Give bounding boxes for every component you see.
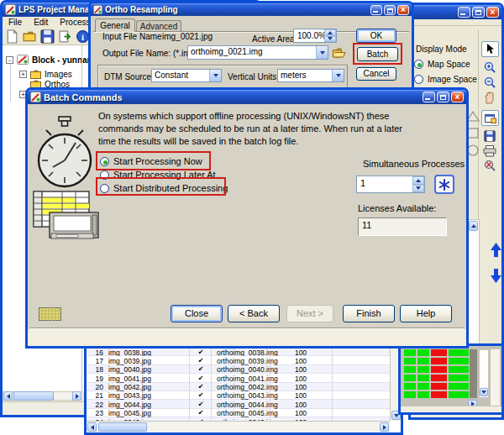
tab-advanced[interactable]: Advanced (136, 20, 181, 32)
export-icon[interactable] (58, 29, 72, 43)
open-folder-icon (333, 48, 346, 58)
dtm-source-label: DTM Source: (102, 72, 155, 81)
scroll-right-button[interactable] (72, 391, 81, 401)
image-viewer-button[interactable] (481, 110, 499, 126)
zoom-out-button[interactable] (484, 76, 496, 92)
print-button[interactable] (483, 145, 496, 160)
combo-dropdown-button[interactable] (209, 70, 221, 81)
stopwatch-icon (36, 115, 93, 196)
open-folder-icon[interactable] (23, 29, 37, 43)
all-processors-button[interactable] (434, 175, 454, 194)
row-number: 17 (87, 357, 103, 365)
batch-title-bar[interactable]: Batch Commands × (28, 90, 466, 104)
new-file-icon[interactable] (5, 29, 19, 43)
table-row[interactable]: 19img_0041.jpg✔orthoimg_0041.img100 (87, 374, 390, 382)
zoom-in-button[interactable] (484, 61, 496, 77)
spin-down-button[interactable] (412, 185, 424, 193)
status-cell-green (417, 358, 429, 364)
spin-down-button[interactable] (324, 36, 336, 43)
status-cell-green (404, 375, 416, 381)
table-row[interactable]: 20img_0042.jpg✔orthoimg_0042.img100 (87, 383, 390, 391)
pan-hand-icon (484, 92, 496, 104)
row-number: 19 (87, 375, 103, 383)
table-row[interactable]: 16img_0038.jpg✔orthoimg_0038.img100 (87, 348, 390, 356)
active-area-spinner[interactable]: 100.0% (293, 29, 337, 43)
minimize-button[interactable] (423, 92, 435, 102)
expand-icon[interactable]: + (19, 71, 27, 78)
dtm-source-value: Constant (155, 71, 207, 80)
table-row[interactable]: 18img_0040.jpg✔orthoimg_0040.img100 (87, 365, 390, 374)
close-button[interactable]: Close (171, 305, 223, 322)
print-icon (483, 145, 496, 157)
minimize-button[interactable] (458, 7, 470, 18)
maximize-button[interactable] (472, 7, 485, 18)
scroll-right-button[interactable] (380, 422, 389, 432)
layer-up-down-arrows[interactable] (490, 243, 502, 283)
collapse-icon[interactable]: - (6, 56, 13, 64)
maximize-button[interactable] (437, 92, 449, 102)
ortho-file-cell: orthoimg_0041.img (217, 375, 278, 383)
viewer-vscrollbar[interactable] (467, 219, 480, 347)
output-file-combo[interactable]: orthoimg_0021.img (187, 45, 328, 60)
table-row[interactable]: 23img_0045.jpg✔orthoimg_0045.img100 (87, 409, 390, 417)
simultaneous-label: Simultaneous Processes (363, 159, 465, 169)
vertical-units-combo[interactable]: meters (277, 69, 344, 82)
maximize-button[interactable] (384, 5, 396, 15)
tab-general[interactable]: General (95, 18, 135, 32)
simultaneous-spinner[interactable]: 1 (356, 176, 425, 193)
help-button[interactable]: Help (400, 305, 452, 322)
browse-folder-button[interactable] (332, 46, 347, 59)
lps-hscrollbar[interactable] (3, 391, 81, 401)
grid-vscrollbar[interactable] (479, 349, 489, 398)
close-button[interactable]: × (397, 5, 409, 15)
scroll-left-button[interactable] (87, 422, 97, 432)
minimize-button[interactable] (370, 5, 382, 15)
scroll-left-button[interactable] (3, 391, 13, 401)
table-hscrollbar[interactable] (87, 421, 390, 432)
status-grid (404, 349, 469, 398)
finish-button[interactable]: Finish (343, 305, 395, 322)
radio-icon[interactable] (414, 75, 423, 84)
batch-dialog-title: Batch Commands (44, 92, 423, 102)
pan-button[interactable] (484, 92, 496, 107)
pointer-tool-button[interactable] (481, 41, 499, 57)
ortho-title-bar[interactable]: Ortho Resampling × (91, 3, 412, 16)
tree-item-images[interactable]: + Images (19, 70, 72, 79)
menu-file[interactable]: File (3, 18, 28, 27)
scroll-down-button[interactable] (480, 388, 488, 396)
zoom-in-icon (484, 61, 496, 74)
scroll-thumb[interactable] (98, 422, 147, 432)
active-check-cell: ✔ (192, 401, 210, 408)
save-icon[interactable] (40, 29, 55, 43)
zoom-reset-button[interactable] (484, 160, 496, 176)
table-row[interactable]: 17img_0039.jpg✔orthoimg_0039.img100 (87, 356, 390, 364)
scroll-thumb[interactable] (13, 391, 54, 401)
image-file-cell: img_0040.jpg (108, 365, 151, 374)
spin-up-button[interactable] (412, 176, 424, 185)
close-button[interactable]: × (486, 7, 499, 18)
spin-up-button[interactable] (324, 29, 336, 36)
grid-status-bar (401, 406, 501, 412)
table-row[interactable]: 22img_0044.jpg✔orthoimg_0044.img100 (87, 400, 390, 408)
scroll-up-button[interactable] (469, 221, 478, 231)
back-button[interactable]: < Back (228, 305, 280, 322)
image-file-cell: img_0043.jpg (108, 391, 151, 400)
combo-dropdown-button[interactable] (316, 46, 328, 59)
radio-image-space[interactable]: Image Space (414, 75, 477, 84)
start-now-highlight (96, 151, 211, 170)
radio-map-space[interactable]: Map Space (414, 60, 470, 69)
dtm-source-combo[interactable]: Constant (151, 69, 222, 82)
ok-button[interactable]: OK (356, 29, 396, 43)
combo-dropdown-button[interactable] (332, 70, 344, 81)
next-button[interactable]: Next > (286, 305, 333, 322)
input-file-value: img_0021.jpg (162, 32, 213, 41)
cancel-button[interactable]: Cancel (356, 67, 396, 81)
table-row[interactable]: 21img_0043.jpg✔orthoimg_0043.img100 (87, 391, 390, 400)
cell-size-cell: 100 (270, 391, 332, 400)
close-button[interactable]: × (451, 92, 464, 102)
viewer-title-bar[interactable]: × (411, 5, 501, 19)
menu-edit[interactable]: Edit (28, 18, 54, 27)
image-file-cell: img_0039.jpg (108, 357, 151, 365)
save-button[interactable] (484, 130, 496, 145)
radio-icon[interactable] (414, 60, 423, 69)
